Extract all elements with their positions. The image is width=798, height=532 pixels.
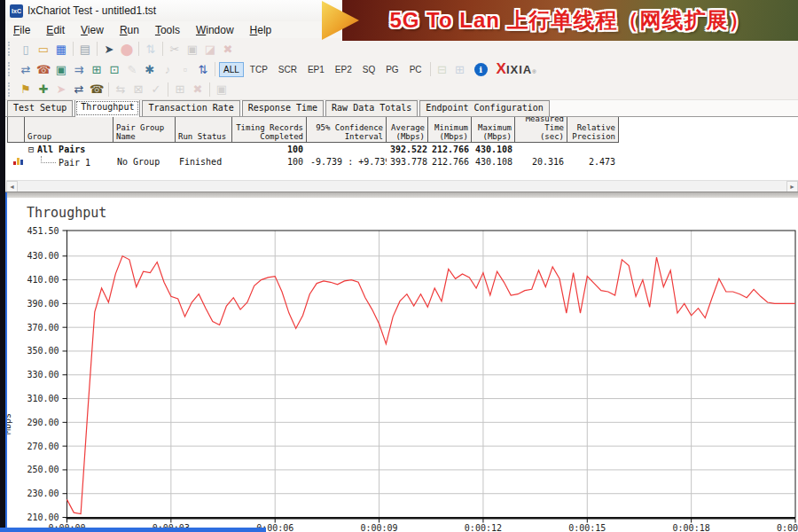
column-header-minimum[interactable]: Minimum(Mbps) bbox=[428, 116, 472, 143]
open-test-icon[interactable]: ▭ bbox=[35, 41, 52, 57]
menu-item-file[interactable]: File bbox=[5, 23, 38, 37]
window-left-border-accent bbox=[5, 192, 7, 532]
run-test-icon[interactable]: ➤ bbox=[100, 41, 118, 57]
tab-test-setup[interactable]: Test Setup bbox=[7, 100, 73, 116]
delete-icon[interactable]: ✖ bbox=[219, 41, 237, 57]
swap-endpoints-icon[interactable]: ⇅ bbox=[142, 41, 160, 57]
column-header-run_status[interactable]: Run Status bbox=[176, 116, 232, 143]
horizontal-scrollbar[interactable]: ◄ ► bbox=[6, 180, 798, 192]
sort-pairs-icon[interactable]: ⇅ bbox=[194, 61, 212, 77]
copy-icon[interactable]: ▣ bbox=[184, 41, 201, 57]
toolbar-separator bbox=[430, 62, 431, 76]
add-pair-group-icon[interactable]: ⇉ bbox=[70, 61, 88, 77]
view-results-icon[interactable]: ⚑ bbox=[17, 82, 35, 98]
pane-splitter[interactable] bbox=[5, 192, 798, 198]
unlink-pairs-icon[interactable]: ✖ bbox=[189, 82, 207, 98]
play-media-icon[interactable]: ♪ bbox=[159, 61, 176, 77]
archive-icon[interactable]: ▣ bbox=[213, 82, 231, 98]
abort-run-icon[interactable]: ➤ bbox=[52, 82, 70, 98]
filter-button-scr[interactable]: SCR bbox=[274, 62, 301, 77]
paste-icon[interactable]: ◪ bbox=[201, 41, 219, 57]
filter-button-ep1[interactable]: EP1 bbox=[303, 62, 329, 77]
cell-confidence: -9.739 : +9.739 bbox=[307, 157, 387, 167]
column-header-average[interactable]: Average(Mbps) bbox=[387, 116, 428, 143]
column-header-measured_time[interactable]: MeasuredTime (sec) bbox=[515, 116, 567, 143]
filter-button-pg[interactable]: PG bbox=[381, 62, 403, 77]
toolbar-grip[interactable] bbox=[8, 42, 12, 56]
toolbar-grip[interactable] bbox=[8, 82, 12, 97]
save-test-icon[interactable]: ▦ bbox=[52, 41, 70, 57]
toolbar-separator bbox=[215, 62, 215, 76]
toolbar-separator bbox=[162, 42, 163, 56]
race-results-icon[interactable]: ☎ bbox=[88, 82, 106, 98]
add-voip-pair-icon[interactable]: ☎ bbox=[35, 61, 52, 77]
table-row-pair-1[interactable]: Pair 1No GroupFinished100-9.739 : +9.739… bbox=[7, 155, 619, 168]
menu-item-view[interactable]: View bbox=[73, 23, 112, 37]
export-results-glyph: ⊟ bbox=[437, 64, 447, 75]
new-test-icon[interactable]: ▯ bbox=[17, 41, 35, 57]
menu-item-help[interactable]: Help bbox=[242, 23, 280, 37]
plot-frame bbox=[67, 231, 796, 518]
edit-pair-icon[interactable]: ✎ bbox=[123, 61, 141, 77]
cell-relative_precision: 2.473 bbox=[567, 157, 619, 167]
x-tick-label: 0:00:15 bbox=[568, 523, 606, 532]
add-video-pair-glyph: ▣ bbox=[56, 64, 66, 75]
column-header-group[interactable]: Group bbox=[25, 116, 113, 143]
filter-button-pc[interactable]: PC bbox=[405, 62, 426, 77]
zoom-pairs-icon[interactable]: ⊠ bbox=[129, 82, 147, 98]
table-row-all-pairs[interactable]: ⊟All Pairs100392.522212.766430.108 bbox=[7, 143, 619, 155]
import-results-icon[interactable]: ⊞ bbox=[451, 61, 469, 77]
menu-item-run[interactable]: Run bbox=[112, 23, 147, 37]
y-tick-label: 250.00 bbox=[27, 465, 59, 474]
menu-item-edit[interactable]: Edit bbox=[38, 23, 73, 37]
menu-item-window[interactable]: Window bbox=[188, 23, 242, 37]
cell-run_status: Finished bbox=[176, 157, 232, 167]
column-header-timing_records[interactable]: Timing RecordsCompleted bbox=[232, 116, 307, 143]
filter-button-all[interactable]: ALL bbox=[219, 62, 244, 77]
column-header-gutter[interactable] bbox=[7, 116, 25, 143]
print-icon[interactable]: ▤ bbox=[76, 41, 94, 57]
new-test-glyph: ▯ bbox=[22, 43, 28, 55]
tab-raw-data-totals[interactable]: Raw Data Totals bbox=[325, 100, 418, 116]
test-wizard-icon[interactable]: ✱ bbox=[141, 61, 159, 77]
column-header-pair_group_name[interactable]: Pair GroupName bbox=[113, 116, 176, 143]
filter-button-tcp[interactable]: TCP bbox=[246, 62, 272, 77]
add-video-multicast-icon[interactable]: ⊡ bbox=[106, 61, 123, 77]
toolbar-standard: ▯▭▦▤➤⬤⇅✂▣◪✖ bbox=[5, 38, 798, 60]
export-results-icon[interactable]: ⊟ bbox=[434, 61, 451, 77]
cut-icon[interactable]: ✂ bbox=[166, 41, 184, 57]
tab-throughput[interactable]: Throughput bbox=[74, 99, 140, 117]
capture-icon[interactable]: ▫ bbox=[176, 61, 194, 77]
archive-glyph: ▣ bbox=[216, 83, 227, 95]
tab-transaction-rate[interactable]: Transaction Rate bbox=[142, 100, 239, 116]
filter-button-sq[interactable]: SQ bbox=[358, 62, 379, 77]
add-video-pair-icon[interactable]: ▣ bbox=[52, 61, 70, 77]
filter-button-ep2[interactable]: EP2 bbox=[331, 62, 356, 77]
menu-item-tools[interactable]: Tools bbox=[147, 23, 188, 37]
throughput-series-line bbox=[67, 256, 796, 514]
verify-icon[interactable]: ✓ bbox=[147, 82, 165, 98]
info-icon[interactable]: i bbox=[474, 63, 488, 76]
column-header-relative_precision[interactable]: RelativePrecision bbox=[567, 116, 619, 143]
column-header-confidence[interactable]: 95% ConfidenceInterval bbox=[307, 116, 387, 143]
toolbar-grip[interactable] bbox=[8, 62, 12, 76]
compare-runs-icon[interactable]: ⇆ bbox=[112, 82, 129, 98]
tab-response-time[interactable]: Response Time bbox=[242, 100, 324, 116]
add-multicast-group-icon[interactable]: ⊞ bbox=[88, 61, 106, 77]
collapse-expand-icon[interactable]: ⊟ bbox=[28, 145, 34, 154]
delete-glyph: ✖ bbox=[223, 43, 233, 55]
table-header: GroupPair GroupNameRun StatusTiming Reco… bbox=[7, 116, 619, 143]
add-pair-icon[interactable]: ⇄ bbox=[17, 61, 35, 77]
y-tick-label: 410.00 bbox=[27, 275, 59, 285]
link-pairs-icon[interactable]: ⊞ bbox=[171, 82, 189, 98]
import-results-glyph: ⊞ bbox=[455, 64, 465, 75]
column-header-maximum[interactable]: Maximum(Mbps) bbox=[472, 116, 515, 143]
add-multicast-group-glyph: ⊞ bbox=[92, 64, 102, 75]
run-test-glyph: ➤ bbox=[105, 43, 114, 55]
stop-test-icon[interactable]: ⬤ bbox=[118, 41, 136, 57]
test-options-icon[interactable]: ✚ bbox=[35, 82, 52, 98]
ixia-logo-mark: ® bbox=[532, 69, 536, 74]
pair-topology-icon[interactable]: ⇄ bbox=[70, 82, 88, 98]
tab-endpoint-configuration[interactable]: Endpoint Configuration bbox=[419, 100, 549, 116]
open-test-glyph: ▭ bbox=[38, 43, 49, 55]
